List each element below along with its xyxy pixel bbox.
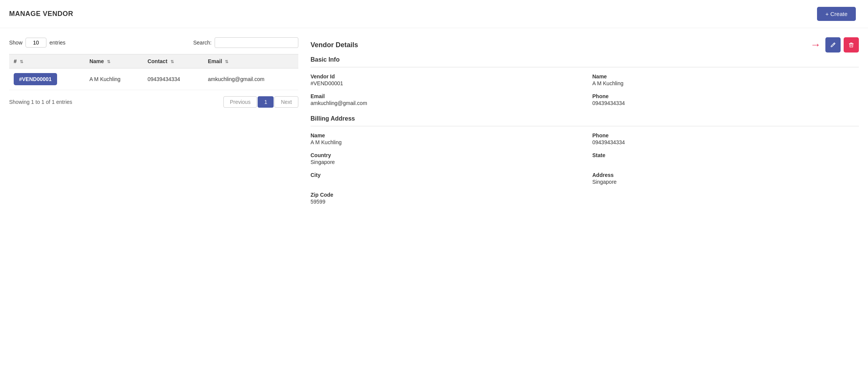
basic-info-grid: Vendor Id #VEND00001 Name A M Kuchling E…: [311, 73, 859, 106]
vendor-id-label: Vendor Id: [311, 73, 577, 80]
billing-state-field: State: [592, 152, 859, 165]
vendor-contact-cell: 09439434334: [143, 68, 203, 90]
show-entries: Show entries: [9, 38, 65, 48]
billing-name-field: Name A M Kuchling: [311, 132, 577, 145]
billing-address-title: Billing Address: [311, 115, 859, 122]
billing-name-label: Name: [311, 132, 577, 138]
sort-icon-hash: ⇅: [20, 59, 23, 64]
billing-country-label: Country: [311, 152, 577, 158]
basic-name-label: Name: [592, 73, 859, 80]
basic-phone-field: Phone 09439434334: [592, 93, 859, 106]
vendor-table: # ⇅ Name ⇅ Contact ⇅ Email ⇅: [9, 54, 298, 90]
vendor-email-cell: amkuchling@gmail.com: [203, 68, 298, 90]
basic-phone-label: Phone: [592, 93, 859, 99]
pagination: Previous 1 Next: [223, 96, 298, 108]
delete-icon: [848, 42, 854, 48]
search-input[interactable]: [215, 37, 298, 48]
billing-state-label: State: [592, 152, 859, 158]
billing-name-value: A M Kuchling: [311, 139, 577, 145]
billing-country-field: Country Singapore: [311, 152, 577, 165]
basic-email-label: Email: [311, 93, 577, 99]
edit-icon: [830, 42, 836, 48]
basic-name-field: Name A M Kuchling: [592, 73, 859, 86]
svg-rect-1: [850, 43, 852, 43]
col-email: Email ⇅: [203, 54, 298, 68]
billing-country-value: Singapore: [311, 159, 577, 165]
arrow-indicator: →: [810, 39, 821, 51]
sort-icon-email: ⇅: [225, 59, 228, 64]
vendor-id-field: Vendor Id #VEND00001: [311, 73, 577, 86]
page-header: MANAGE VENDOR + Create: [0, 0, 868, 28]
billing-city-label: City: [311, 172, 577, 178]
main-content: Show entries Search: # ⇅ Name ⇅: [0, 28, 868, 217]
page-1-button[interactable]: 1: [258, 96, 274, 108]
right-panel: Vendor Details →: [307, 37, 859, 208]
billing-address-value: Singapore: [592, 179, 859, 185]
basic-name-value: A M Kuchling: [592, 80, 859, 86]
showing-info: Showing 1 to 1 of 1 entries: [9, 99, 72, 105]
entries-label: entries: [49, 40, 65, 46]
basic-email-value: amkuchling@gmail.com: [311, 100, 577, 106]
page-title: MANAGE VENDOR: [9, 10, 73, 18]
table-footer: Showing 1 to 1 of 1 entries Previous 1 N…: [9, 96, 298, 108]
billing-address-label: Address: [592, 172, 859, 178]
table-header-row: # ⇅ Name ⇅ Contact ⇅ Email ⇅: [9, 54, 298, 68]
billing-zip-value: 59599: [311, 199, 577, 205]
vendor-details-title: Vendor Details: [311, 41, 358, 49]
table-row: #VEND00001 A M Kuchling 09439434334 amku…: [9, 68, 298, 90]
sort-icon-name: ⇅: [107, 59, 110, 64]
col-name: Name ⇅: [85, 54, 143, 68]
vendor-details-header: Vendor Details →: [311, 37, 859, 53]
basic-phone-value: 09439434334: [592, 100, 859, 106]
next-button[interactable]: Next: [274, 96, 298, 108]
basic-info-divider: [311, 67, 859, 67]
vendor-id-value: #VEND00001: [311, 80, 577, 86]
billing-address-grid: Name A M Kuchling Phone 09439434334 Coun…: [311, 132, 859, 205]
basic-info-title: Basic Info: [311, 56, 859, 63]
vendor-name-cell: A M Kuchling: [85, 68, 143, 90]
show-label: Show: [9, 40, 22, 46]
billing-phone-value: 09439434334: [592, 139, 859, 145]
billing-phone-field: Phone 09439434334: [592, 132, 859, 145]
billing-zip-label: Zip Code: [311, 192, 577, 198]
previous-button[interactable]: Previous: [223, 96, 257, 108]
vendor-id-badge[interactable]: #VEND00001: [14, 73, 57, 85]
col-hash: # ⇅: [9, 54, 85, 68]
billing-zip-field: Zip Code 59599: [311, 192, 577, 205]
billing-phone-label: Phone: [592, 132, 859, 138]
detail-actions: →: [810, 37, 859, 53]
vendor-id-cell: #VEND00001: [9, 68, 85, 90]
basic-email-field: Email amkuchling@gmail.com: [311, 93, 577, 106]
entries-input[interactable]: [25, 38, 46, 48]
search-label: Search:: [193, 40, 212, 46]
sort-icon-contact: ⇅: [170, 59, 174, 64]
table-controls: Show entries Search:: [9, 37, 298, 48]
create-button[interactable]: + Create: [817, 7, 856, 21]
delete-button[interactable]: [844, 37, 859, 53]
col-contact: Contact ⇅: [143, 54, 203, 68]
billing-address-divider: [311, 126, 859, 126]
billing-address-field: Address Singapore: [592, 172, 859, 185]
left-panel: Show entries Search: # ⇅ Name ⇅: [9, 37, 298, 108]
billing-city-field: City: [311, 172, 577, 185]
search-area: Search:: [193, 37, 298, 48]
edit-button[interactable]: [825, 37, 841, 53]
